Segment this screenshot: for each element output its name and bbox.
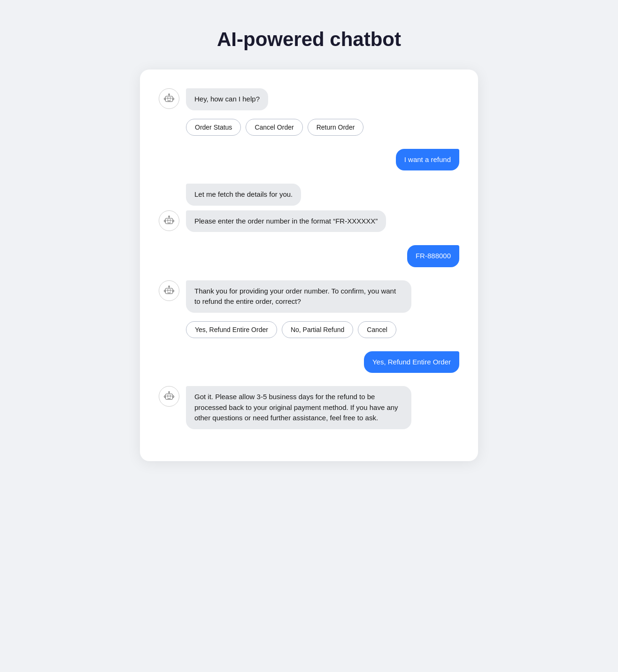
svg-rect-5 xyxy=(164,98,166,100)
bubble-bot-final: Got it. Please allow 3-5 business days f… xyxy=(186,386,411,429)
svg-point-25 xyxy=(169,392,170,393)
bubble-bot-confirm: Thank you for providing your order numbe… xyxy=(186,280,411,313)
svg-point-11 xyxy=(169,216,170,217)
quick-reply-yes-refund[interactable]: Yes, Refund Entire Order xyxy=(186,321,277,338)
quick-reply-order-status[interactable]: Order Status xyxy=(186,119,241,136)
svg-rect-16 xyxy=(170,290,171,291)
svg-rect-19 xyxy=(164,290,166,292)
bot-avatar-2 xyxy=(159,210,179,231)
message-row-user-refund: I want a refund xyxy=(159,149,459,171)
svg-rect-8 xyxy=(167,220,168,221)
svg-point-4 xyxy=(169,94,170,95)
svg-rect-27 xyxy=(173,396,174,398)
svg-rect-6 xyxy=(173,98,174,100)
quick-reply-cancel[interactable]: Cancel xyxy=(358,321,396,338)
bubble-user-refund: I want a refund xyxy=(396,149,459,171)
svg-rect-13 xyxy=(173,220,174,222)
bubble-bot-fetch: Let me fetch the details for you. xyxy=(186,184,301,206)
message-row-bot-greeting: Hey, how can I help? xyxy=(159,88,459,110)
bot-avatar-3 xyxy=(159,280,179,301)
quick-replies-1: Order Status Cancel Order Return Order xyxy=(186,119,459,136)
message-row-bot-fetch: Let me fetch the details for you. xyxy=(186,184,459,206)
quick-reply-cancel-order[interactable]: Cancel Order xyxy=(246,119,302,136)
svg-point-18 xyxy=(169,286,170,287)
message-row-user-yes-refund: Yes, Refund Entire Order xyxy=(159,351,459,373)
svg-rect-2 xyxy=(170,98,171,99)
bot-avatar-4 xyxy=(159,386,179,407)
svg-rect-22 xyxy=(167,395,168,397)
bot-avatar xyxy=(159,88,179,109)
quick-reply-return-order[interactable]: Return Order xyxy=(308,119,364,136)
quick-replies-2: Yes, Refund Entire Order No, Partial Ref… xyxy=(186,321,459,338)
svg-rect-15 xyxy=(167,290,168,291)
svg-rect-23 xyxy=(170,395,171,397)
bubble-bot-greeting: Hey, how can I help? xyxy=(186,88,268,110)
svg-rect-20 xyxy=(173,290,174,292)
svg-rect-1 xyxy=(167,98,168,99)
bubble-user-yes-refund: Yes, Refund Entire Order xyxy=(364,351,459,373)
message-row-bot-final: Got it. Please allow 3-5 business days f… xyxy=(159,386,459,429)
chat-container: Hey, how can I help? Order Status Cancel… xyxy=(140,70,478,461)
message-row-user-order-number: FR-888000 xyxy=(159,245,459,267)
svg-rect-9 xyxy=(170,220,171,221)
svg-rect-12 xyxy=(164,220,166,222)
svg-rect-26 xyxy=(164,396,166,398)
message-row-bot-confirm: Thank you for providing your order numbe… xyxy=(159,280,459,313)
page-title: AI-powered chatbot xyxy=(217,28,401,51)
quick-reply-partial-refund[interactable]: No, Partial Refund xyxy=(282,321,353,338)
bubble-user-order-number: FR-888000 xyxy=(407,245,459,267)
message-row-bot-order-prompt: Please enter the order number in the for… xyxy=(159,210,459,232)
bubble-bot-order-prompt: Please enter the order number in the for… xyxy=(186,210,386,232)
